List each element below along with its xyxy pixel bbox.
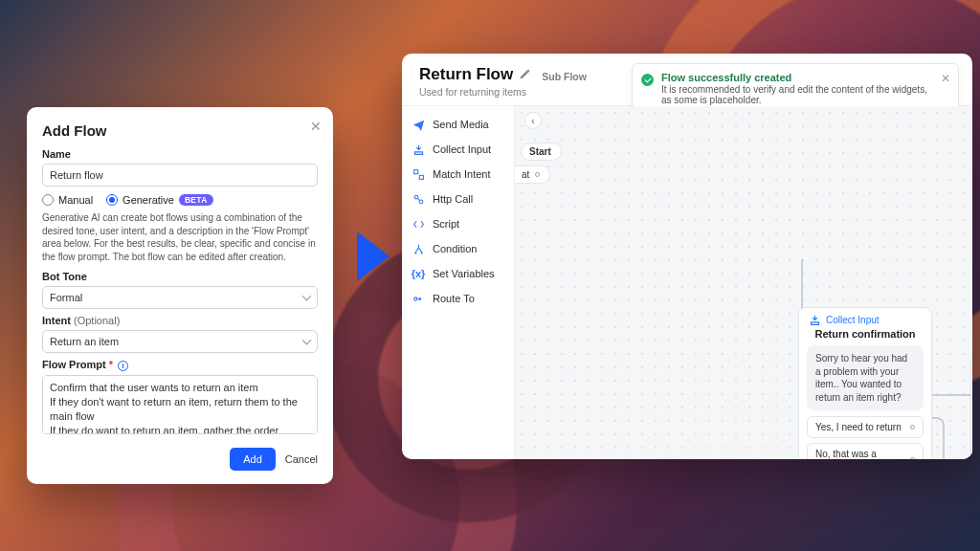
svg-rect-0 — [413, 169, 417, 173]
node-return-confirmation[interactable]: Collect Input Return confirmation Sorry … — [798, 307, 932, 459]
generative-help: Generative AI can create bot flows using… — [42, 211, 318, 263]
widget-palette: Send Media Collect Input Match Intent Ht… — [402, 106, 515, 459]
paper-plane-icon — [412, 118, 425, 131]
add-flow-modal: ✕ Add Flow Name Manual Generative BETA G… — [27, 107, 333, 484]
name-label: Name — [42, 148, 318, 160]
connector-handle-icon[interactable] — [910, 425, 915, 430]
pencil-icon[interactable] — [519, 69, 530, 80]
radio-icon — [106, 194, 118, 206]
prompt-label: Flow Prompt * i — [42, 359, 318, 371]
close-icon[interactable]: ✕ — [310, 119, 322, 134]
svg-point-4 — [414, 252, 416, 253]
palette-set-variables[interactable]: {x} Set Variables — [402, 261, 514, 286]
node-type-label: Collect Input — [799, 308, 931, 328]
modal-title: Add Flow — [42, 122, 318, 139]
intent-label: Intent (Optional) — [42, 315, 318, 326]
tone-label: Bot Tone — [42, 271, 318, 282]
app-header: Return Flow Sub Flow Used for returning … — [402, 54, 972, 106]
node-title: Order number ch — [971, 374, 972, 391]
subflow-badge: Sub Flow — [542, 71, 587, 82]
toast-title: Flow successfully created — [661, 72, 931, 83]
variable-icon: {x} — [412, 267, 425, 280]
condition-icon — [412, 242, 425, 255]
close-icon[interactable]: ✕ — [941, 72, 950, 85]
radio-icon — [42, 194, 54, 206]
node-title: Return confirmation — [799, 328, 931, 345]
node-message: Sorry to hear you had a problem with you… — [807, 345, 924, 410]
palette-collect-input[interactable]: Collect Input — [402, 137, 514, 162]
palette-http-call[interactable]: Http Call — [402, 187, 514, 211]
check-icon — [641, 74, 654, 86]
node-order-number[interactable]: Collect Input Order number ch Okay great… — [970, 353, 972, 459]
palette-script[interactable]: Script — [402, 211, 514, 236]
node-type-label: Collect Input — [971, 354, 972, 374]
transition-arrow-icon — [357, 231, 390, 281]
page-subtitle: Used for returning items — [419, 86, 587, 98]
choice-yes[interactable]: Yes, I need to return — [807, 416, 924, 438]
http-icon — [412, 192, 425, 206]
page-title: Return Flow Sub Flow — [419, 65, 587, 84]
mode-radios: Manual Generative BETA — [42, 194, 318, 206]
palette-send-media[interactable]: Send Media — [402, 112, 514, 137]
radio-manual[interactable]: Manual — [42, 194, 93, 206]
svg-point-5 — [420, 252, 422, 253]
tone-select[interactable] — [42, 286, 318, 309]
flow-canvas[interactable]: ‹ Start at Collect Input Return confirma… — [515, 106, 972, 459]
toast-body: It is recommended to verify and edit the… — [661, 84, 931, 105]
svg-rect-1 — [419, 175, 423, 179]
palette-condition[interactable]: Condition — [402, 236, 514, 261]
choice-no[interactable]: No, that was a mistake — [807, 443, 924, 459]
script-icon — [412, 217, 425, 231]
flow-builder-window: Return Flow Sub Flow Used for returning … — [402, 54, 972, 459]
palette-route-to[interactable]: Route To — [402, 286, 514, 311]
radio-generative[interactable]: Generative BETA — [106, 194, 213, 206]
beta-badge: BETA — [179, 194, 213, 206]
collect-input-icon — [809, 314, 821, 326]
name-input[interactable] — [42, 164, 318, 187]
add-button[interactable]: Add — [230, 448, 276, 471]
palette-match-intent[interactable]: Match Intent — [402, 162, 514, 187]
cancel-button[interactable]: Cancel — [285, 448, 318, 471]
intent-select[interactable] — [42, 330, 318, 353]
collect-input-icon — [412, 143, 425, 156]
svg-point-6 — [413, 297, 416, 299]
match-intent-icon — [412, 167, 425, 181]
prompt-textarea[interactable] — [42, 375, 318, 434]
route-icon — [412, 292, 425, 305]
connector-handle-icon[interactable] — [910, 457, 915, 460]
info-icon[interactable]: i — [118, 361, 128, 371]
